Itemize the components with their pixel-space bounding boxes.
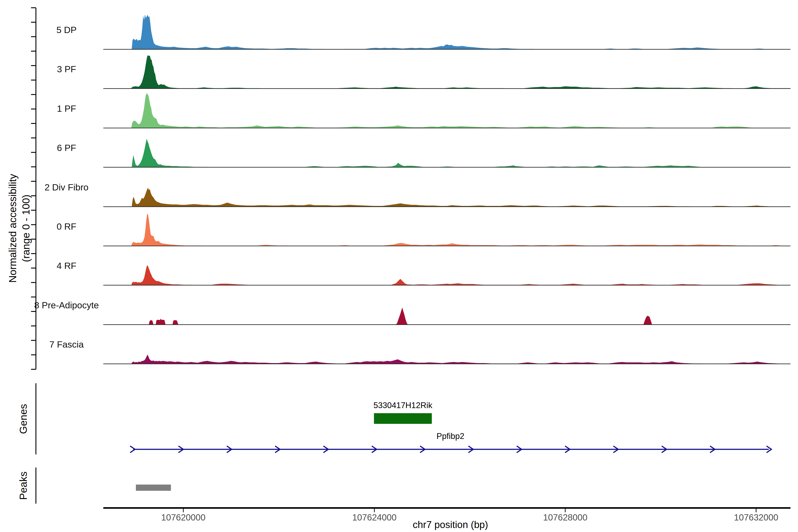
- x-axis-tick: [756, 509, 757, 512]
- gene-arrow-line-Ppfibp2: [0, 442, 798, 457]
- x-axis-tick-label: 107632000: [734, 513, 778, 522]
- track-area-4-RF: [103, 246, 791, 285]
- track-label-4-RF: 4 RF: [24, 246, 109, 285]
- peaks-section-label: Peaks: [17, 472, 29, 500]
- track-area-5-DP: [103, 11, 791, 50]
- track-row: 8 Pre-Adipocyte: [0, 286, 798, 325]
- track-row: 3 PF: [0, 50, 798, 89]
- peak-bar: [136, 484, 171, 491]
- track-row: 5 DP: [0, 11, 798, 50]
- track-area-3-PF: [103, 50, 791, 89]
- track-area-0-RF: [103, 207, 791, 246]
- track-row: 4 RF: [0, 246, 798, 285]
- track-label-6-PF: 6 PF: [24, 128, 109, 168]
- track-label-5-DP: 5 DP: [24, 11, 109, 50]
- x-axis-tick: [183, 509, 184, 512]
- gene-body-5330417H12Rik: [374, 413, 432, 424]
- genome-accessibility-figure: Normalized accessibility (range 0 - 100)…: [0, 0, 798, 532]
- genes-section-label: Genes: [17, 404, 29, 434]
- track-area-7-Fascia: [103, 325, 791, 364]
- x-axis-line: [103, 507, 791, 509]
- x-axis-tick-label: 107628000: [543, 513, 587, 522]
- peaks-bracket-line: [36, 468, 36, 504]
- gene-label-Ppfibp2: Ppfibp2: [436, 432, 464, 441]
- track-row: 1 PF: [0, 89, 798, 128]
- x-axis-tick-label: 107620000: [161, 513, 206, 522]
- track-row: 7 Fascia: [0, 325, 798, 364]
- x-axis-tick-label: 107624000: [352, 513, 397, 522]
- track-area-6-PF: [103, 128, 791, 168]
- track-row: 0 RF: [0, 207, 798, 246]
- track-label-0-RF: 0 RF: [24, 207, 109, 246]
- track-area-8-Pre-Adipocyte: [103, 286, 791, 325]
- x-axis-tick: [374, 509, 375, 512]
- track-label-3-PF: 3 PF: [24, 50, 109, 89]
- x-axis-tick: [565, 509, 566, 512]
- track-area-2-Div-Fibro: [103, 168, 791, 207]
- gene-label-5330417H12Rik: 5330417H12Rik: [374, 401, 432, 410]
- x-axis-title: chr7 position (bp): [413, 519, 488, 530]
- track-label-2-Div-Fibro: 2 Div Fibro: [24, 168, 109, 207]
- track-area-1-PF: [103, 89, 791, 128]
- track-row: 2 Div Fibro: [0, 168, 798, 207]
- track-label-7-Fascia: 7 Fascia: [24, 325, 109, 364]
- gene-strand-chevron: [130, 446, 135, 453]
- track-baseline: [103, 363, 791, 364]
- track-label-8-Pre-Adipocyte: 8 Pre-Adipocyte: [24, 286, 109, 325]
- track-row: 6 PF: [0, 128, 798, 168]
- track-label-1-PF: 1 PF: [24, 89, 109, 128]
